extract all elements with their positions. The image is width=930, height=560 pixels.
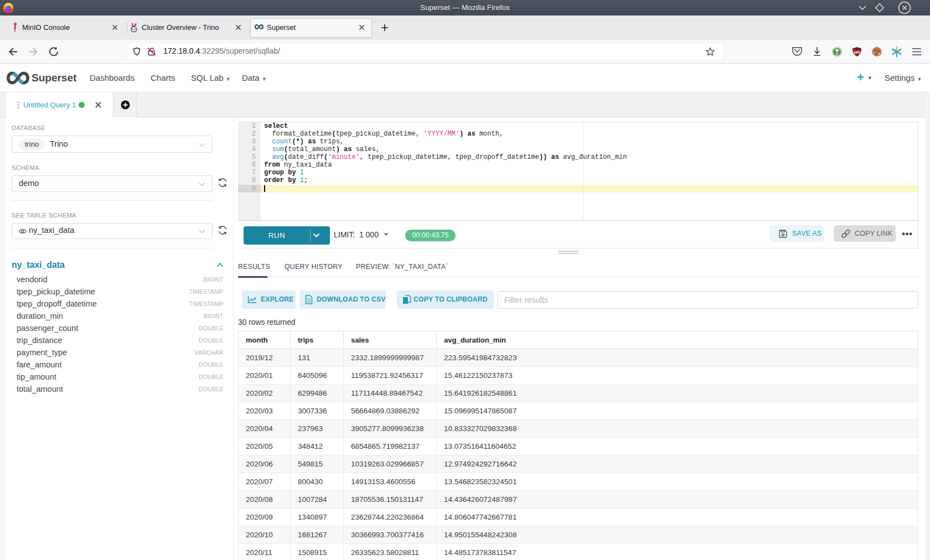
svg-text:uo: uo bbox=[854, 49, 860, 55]
